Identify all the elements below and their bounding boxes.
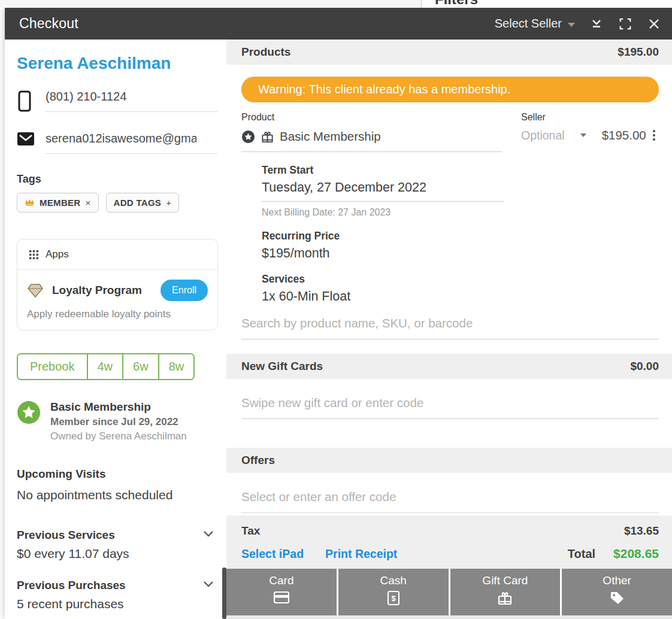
gift-cards-section-bar: New Gift Cards $0.00	[226, 354, 672, 379]
filters-label: Filters	[435, 0, 478, 8]
gift-cards-total: $0.00	[630, 360, 659, 373]
client-name-link[interactable]: Serena Aeschilman	[17, 54, 218, 73]
bottom-strip	[226, 615, 672, 619]
chevron-down-icon	[568, 23, 575, 27]
email-row	[17, 132, 218, 154]
phone-field-wrap	[46, 90, 218, 112]
checkout-screen: Filters Checkout Select Seller	[0, 0, 672, 619]
product-search-input[interactable]	[241, 316, 659, 330]
membership-summary: Basic Membership Member since Jul 29, 20…	[17, 400, 218, 442]
prebook-6w-button[interactable]: 6w	[122, 354, 158, 379]
select-seller-dropdown[interactable]: Select Seller	[495, 17, 575, 31]
products-section-bar: Products $195.00	[226, 40, 672, 65]
remove-tag-icon[interactable]: ×	[85, 198, 90, 208]
membership-warning-banner: Warning: This client already has a membe…	[241, 77, 659, 102]
kebab-menu-icon[interactable]	[650, 129, 658, 142]
apps-title: Apps	[46, 248, 69, 260]
products-total: $195.00	[617, 45, 659, 59]
prebook-4w-button[interactable]: 4w	[87, 354, 123, 379]
pay-card-label: Card	[269, 574, 293, 587]
pay-other-button[interactable]: Other	[562, 569, 672, 615]
term-start-label: Term Start	[262, 164, 659, 177]
upcoming-visits-section: Upcoming Visits No appointments schedule…	[17, 468, 218, 502]
cart-panel: Products $195.00 Warning: This client al…	[226, 40, 672, 619]
background-page-strip: Filters	[0, 0, 672, 8]
gift-icon	[261, 130, 274, 144]
collapse-icon[interactable]	[589, 17, 604, 31]
tags-title: Tags	[17, 173, 218, 186]
membership-owner: Owned by Serena Aeschilman	[50, 430, 187, 442]
select-ipad-link[interactable]: Select iPad	[241, 547, 304, 561]
cash-icon: $	[386, 590, 401, 606]
previous-services-header[interactable]: Previous Services	[17, 529, 218, 542]
star-circle-icon	[241, 130, 255, 144]
previous-purchases-section: Previous Purchases 5 recent purchases	[17, 579, 218, 611]
previous-services-title: Previous Services	[17, 529, 115, 542]
products-title: Products	[241, 45, 290, 59]
term-start-underline	[262, 201, 504, 202]
product-name: Basic Membership	[280, 129, 381, 144]
gem-icon	[27, 283, 44, 298]
prebook-button[interactable]: Prebook	[18, 354, 87, 379]
payment-method-bar: Card Cash $	[226, 569, 672, 615]
prebook-8w-button[interactable]: 8w	[158, 354, 194, 379]
services-label: Services	[262, 273, 659, 286]
term-start-date[interactable]: Tuesday, 27 December 2022	[262, 180, 659, 195]
recurring-price-value: $195/month	[262, 246, 659, 261]
upcoming-visits-value: No appointments scheduled	[17, 488, 218, 502]
apps-card: Apps Loyalty Program Enroll Apply redeem…	[17, 239, 218, 330]
fullscreen-icon[interactable]	[618, 17, 632, 31]
chevron-down-icon	[202, 580, 214, 591]
apps-card-header: Apps	[17, 239, 217, 270]
phone-row	[17, 90, 218, 115]
previous-purchases-title: Previous Purchases	[17, 579, 126, 592]
phone-icon	[17, 90, 35, 115]
seller-column-label: Seller	[521, 112, 659, 123]
add-tags-chip[interactable]: ADD TAGS +	[106, 193, 180, 213]
close-icon[interactable]	[647, 17, 661, 31]
client-sidebar: Serena Aeschilman	[5, 40, 226, 619]
gift-icon	[497, 590, 513, 606]
pay-card-button[interactable]: Card	[226, 569, 337, 615]
add-tags-label: ADD TAGS	[114, 198, 162, 208]
pay-cash-button[interactable]: Cash $	[338, 569, 449, 615]
chevron-down-icon	[202, 530, 214, 541]
recurring-price-label: Recurring Price	[262, 230, 659, 242]
total-amount: $208.65	[613, 547, 659, 561]
upcoming-visits-title: Upcoming Visits	[17, 468, 218, 481]
next-billing-date: Next Billing Date: 27 Jan 2023	[262, 207, 659, 218]
gift-card-field-wrap	[241, 396, 659, 419]
sidebar-scrollbar[interactable]	[222, 568, 226, 619]
previous-purchases-header[interactable]: Previous Purchases	[17, 579, 218, 592]
previous-services-value: $0 every 11.07 days	[17, 547, 218, 561]
print-receipt-link[interactable]: Print Receipt	[325, 547, 397, 561]
product-line-item: Basic Membership	[241, 129, 502, 144]
loyalty-program-name: Loyalty Program	[52, 284, 142, 297]
svg-text:$: $	[391, 594, 396, 603]
tax-label: Tax	[241, 524, 260, 538]
crown-icon	[25, 198, 35, 207]
checkout-modal: Checkout Select Seller Ser	[5, 8, 672, 619]
offer-code-input[interactable]	[241, 490, 659, 504]
gift-card-input[interactable]	[241, 396, 659, 410]
seller-select-field[interactable]: Optional	[521, 129, 565, 142]
modal-header: Checkout Select Seller	[5, 8, 672, 40]
offers-title: Offers	[241, 454, 275, 467]
tag-chip-member[interactable]: MEMBER ×	[17, 193, 99, 213]
pay-other-label: Other	[603, 574, 631, 587]
pay-gift-card-button[interactable]: Gift Card	[450, 569, 561, 615]
previous-purchases-value: 5 recent purchases	[17, 597, 218, 611]
email-field-wrap	[46, 132, 218, 154]
tag-filled-icon	[609, 590, 625, 606]
phone-input[interactable]	[46, 90, 196, 104]
enroll-button[interactable]: Enroll	[161, 280, 208, 301]
loyalty-description: Apply redeemable loyalty points	[27, 308, 208, 320]
product-search-wrap	[241, 316, 659, 339]
membership-name: Basic Membership	[50, 400, 187, 414]
pay-cash-label: Cash	[380, 574, 406, 587]
chevron-down-icon	[580, 133, 586, 137]
select-seller-label: Select Seller	[495, 17, 562, 31]
product-column-label: Product	[241, 112, 502, 123]
email-input[interactable]	[46, 132, 196, 145]
offers-section-bar: Offers	[226, 448, 672, 473]
